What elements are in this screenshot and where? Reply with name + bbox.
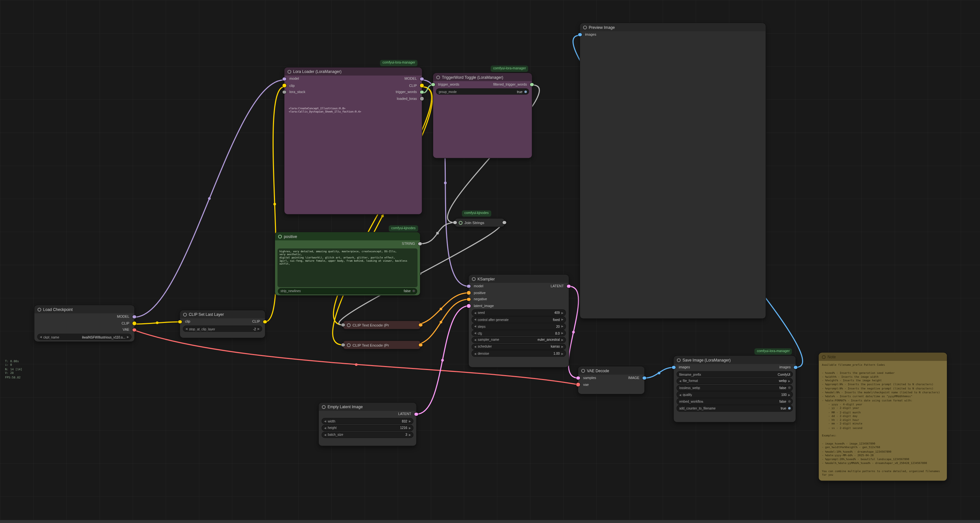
input-slot-model[interactable] — [283, 77, 286, 81]
node-load-checkpoint[interactable]: Load Checkpoint MODEL CLIP VAE ◀ ckpt_na… — [34, 306, 134, 342]
collapse-dot-icon[interactable] — [288, 70, 291, 74]
collapse-dot-icon[interactable] — [38, 307, 41, 311]
output-slot-image[interactable] — [643, 376, 646, 380]
lossless-webp-toggle-widget[interactable]: lossless_webp false — [677, 385, 792, 391]
output-slot-clip[interactable] — [420, 84, 424, 87]
node-title-bar[interactable]: Empty Latent Image — [319, 403, 416, 411]
node-clip-text-encode-positive[interactable]: CLIP Text Encode (Pr — [343, 321, 421, 329]
strip-newlines-toggle-widget[interactable]: strip_newlines false — [278, 288, 417, 294]
output-slot-clip[interactable] — [133, 322, 136, 325]
collapse-dot-icon[interactable] — [459, 221, 463, 225]
input-slot-clip[interactable] — [283, 84, 286, 87]
output-slot-latent[interactable] — [415, 412, 418, 416]
combo-right-arrow-icon[interactable]: ▶ — [409, 426, 411, 429]
combo-right-arrow-icon[interactable]: ▶ — [409, 420, 411, 423]
output-slot-string[interactable] — [418, 242, 422, 246]
output-slot-model[interactable] — [133, 315, 136, 319]
combo-right-arrow-icon[interactable]: ▶ — [788, 393, 791, 396]
batch-size-widget[interactable]: ◀ batch_size 3 ▶ — [322, 431, 413, 437]
input-slot-vae[interactable] — [576, 383, 580, 386]
toggle-knob[interactable] — [788, 407, 791, 409]
combo-left-arrow-icon[interactable]: ◀ — [474, 325, 476, 328]
combo-left-arrow-icon[interactable]: ◀ — [679, 393, 681, 396]
combo-left-arrow-icon[interactable]: ◀ — [679, 380, 681, 383]
combo-right-arrow-icon[interactable]: ▶ — [561, 325, 563, 328]
combo-left-arrow-icon[interactable]: ◀ — [40, 335, 42, 339]
collapse-dot-icon[interactable] — [347, 323, 351, 327]
toggle-knob[interactable] — [412, 290, 415, 292]
node-canvas[interactable]: T: 0.00s i: 0 N: 14 [14] V: 28 FPS:58.82… — [0, 0, 980, 523]
denoise-widget[interactable]: ◀ denoise 1.00 ▶ — [472, 350, 566, 357]
toggle-knob[interactable] — [524, 90, 527, 93]
input-slot-negative[interactable] — [467, 297, 471, 301]
node-empty-latent-image[interactable]: Empty Latent Image LATENT ◀ width 832 ▶ … — [319, 403, 416, 446]
input-slot-images[interactable] — [578, 33, 582, 36]
input-slot-lora-stack[interactable] — [283, 90, 286, 94]
node-note[interactable]: Note Available filename_prefix Pattern C… — [819, 353, 947, 481]
node-title-bar[interactable]: TriggerWord Toggle (LoraManager) — [433, 73, 532, 81]
steps-widget[interactable]: ◀ steps 20 ▶ — [472, 323, 566, 329]
output-slot-vae[interactable] — [133, 328, 136, 332]
combo-left-arrow-icon[interactable]: ◀ — [324, 433, 326, 436]
node-join-strings[interactable]: Join Strings — [455, 219, 504, 227]
quality-widget[interactable]: ◀ quality 100 ▶ — [677, 392, 792, 398]
combo-left-arrow-icon[interactable]: ◀ — [474, 345, 476, 348]
combo-left-arrow-icon[interactable]: ◀ — [324, 426, 326, 429]
node-triggerword-toggle[interactable]: TriggerWord Toggle (LoraManager) trigger… — [433, 73, 532, 158]
combo-right-arrow-icon[interactable]: ▶ — [409, 433, 411, 436]
prompt-textarea[interactable]: highres, very detailed, amazing quality,… — [278, 248, 417, 287]
input-slot-collapsed[interactable] — [342, 323, 345, 327]
input-slot-images[interactable] — [672, 365, 676, 369]
seed-widget[interactable]: ◀ seed 409 ▶ — [472, 310, 566, 316]
output-slot-model[interactable] — [420, 77, 424, 81]
node-clip-text-encode-negative[interactable]: CLIP Text Encode (Pr — [343, 341, 421, 349]
combo-left-arrow-icon[interactable]: ◀ — [324, 420, 326, 423]
input-slot-positive[interactable] — [467, 291, 471, 295]
collapse-dot-icon[interactable] — [583, 25, 587, 29]
node-vae-decode[interactable]: VAE Decode samples IMAGE vae — [578, 366, 644, 394]
cfg-widget[interactable]: ◀ cfg 8.0 ▶ — [472, 330, 566, 336]
group-mode-toggle-widget[interactable]: group_mode true — [436, 89, 529, 94]
combo-right-arrow-icon[interactable]: ▶ — [561, 332, 563, 335]
input-slot-samples[interactable] — [576, 376, 580, 380]
lora-selection-text[interactable]: <lora:CreateConcept_Illustrious:0.8> <lo… — [284, 102, 422, 113]
filename-prefix-widget[interactable]: filename_prefix ComfyUI — [677, 371, 792, 377]
stop-at-clip-layer-widget[interactable]: ◀ stop_at_clip_layer -2 ▶ — [183, 326, 262, 332]
input-slot-trigger-words[interactable] — [431, 83, 435, 86]
input-slot-latent-image[interactable] — [467, 304, 471, 308]
node-title-bar[interactable]: KSampler — [469, 275, 569, 283]
collapse-dot-icon[interactable] — [278, 235, 282, 238]
output-slot-clip[interactable] — [263, 320, 267, 323]
collapse-dot-icon[interactable] — [322, 405, 326, 409]
file-format-widget[interactable]: ◀ file_format webp ▶ — [677, 378, 792, 384]
output-slot-conditioning[interactable] — [419, 343, 422, 347]
combo-right-arrow-icon[interactable]: ▶ — [561, 318, 563, 321]
combo-left-arrow-icon[interactable]: ◀ — [474, 339, 476, 342]
output-slot-conditioning[interactable] — [419, 323, 422, 327]
collapse-dot-icon[interactable] — [472, 277, 476, 281]
combo-right-arrow-icon[interactable]: ▶ — [561, 345, 563, 348]
combo-right-arrow-icon[interactable]: ▶ — [788, 380, 791, 383]
control-after-generate-widget[interactable]: ◀ control after generate fixed ▶ — [472, 317, 566, 323]
collapse-dot-icon[interactable] — [347, 343, 351, 347]
node-title-bar[interactable]: Lora Loader (LoraManager) — [284, 67, 422, 76]
embed-workflow-toggle-widget[interactable]: embed_workflow false — [677, 398, 792, 404]
node-title-bar[interactable]: positive — [275, 232, 420, 240]
output-slot-filtered-trigger-words[interactable] — [530, 83, 534, 86]
combo-right-arrow-icon[interactable]: ▶ — [561, 352, 563, 355]
collapse-dot-icon[interactable] — [581, 369, 585, 372]
input-slot-model[interactable] — [467, 284, 471, 288]
combo-left-arrow-icon[interactable]: ◀ — [474, 332, 476, 335]
node-save-image[interactable]: Save Image (LoraManager) images images f… — [674, 356, 795, 422]
note-body-text[interactable]: Available filename_prefix Pattern Codes … — [819, 361, 947, 480]
scheduler-widget[interactable]: ◀ scheduler karras ▶ — [472, 344, 566, 350]
node-title-bar[interactable]: Load Checkpoint — [34, 306, 134, 314]
node-preview-image[interactable]: Preview Image images — [580, 23, 766, 319]
add-counter-toggle-widget[interactable]: add_counter_to_filename true — [677, 405, 792, 411]
node-title-bar[interactable]: Save Image (LoraManager) — [674, 356, 795, 364]
collapse-dot-icon[interactable] — [822, 355, 826, 359]
combo-left-arrow-icon[interactable]: ◀ — [474, 318, 476, 321]
ckpt-name-widget[interactable]: ◀ ckpt_name ilwaiNSFWIllustrious_v110.s.… — [38, 334, 132, 340]
sampler-name-widget[interactable]: ◀ sampler_name euler_ancestral ▶ — [472, 337, 566, 343]
output-slot-images[interactable] — [794, 365, 797, 369]
